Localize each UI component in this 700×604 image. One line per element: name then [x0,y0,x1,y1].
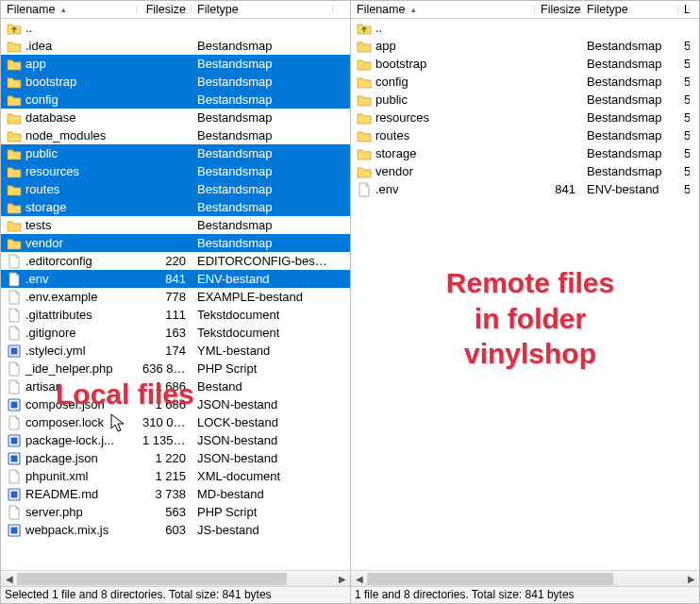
filetype-label: Tekstdocument [192,324,333,342]
folder-row[interactable]: vendorBestandsmap5 [351,162,699,180]
filename-label: server.php [25,503,83,521]
file-row[interactable]: artisan1 686Bestand [1,378,350,395]
status-bar: Selected 1 file and 8 directories. Total… [1,586,350,603]
file-row[interactable]: .gitignore163Tekstdocument [1,324,350,342]
file-row[interactable]: .env.example778EXAMPLE-bestand [1,288,350,306]
folder-row[interactable]: appBestandsmap5 [351,37,699,55]
column-header[interactable]: Filename▴ Filesize Filetype [1,1,350,19]
file-icon [7,415,22,430]
folder-row[interactable]: bootstrapBestandsmap5 [351,55,699,73]
folder-row[interactable]: routesBestandsmap5 [351,126,699,144]
file-row[interactable]: .styleci.yml174YML-bestand [1,342,350,360]
folder-row[interactable]: storageBestandsmap [1,198,350,216]
filebox-icon [7,344,22,359]
filetype-label: Bestandsmap [581,144,678,162]
filename-label: config [375,73,408,91]
scroll-left-icon[interactable]: ◀ [351,571,367,587]
folder-row[interactable]: routesBestandsmap [1,180,350,198]
filename-label: phpunit.xml [25,467,88,485]
folder-icon [7,182,22,197]
col-filetype[interactable]: Filetype [192,3,333,16]
parent-dir-row[interactable]: .. [351,19,699,37]
scroll-right-icon[interactable]: ▶ [683,571,699,587]
filename-label: package.json [25,449,98,467]
filename-label: .gitattributes [25,306,92,324]
filesize-label: 841 [535,180,581,198]
filename-label: public [25,144,58,162]
folder-row[interactable]: publicBestandsmap5 [351,91,699,109]
sort-asc-icon: ▴ [61,5,66,14]
file-row[interactable]: .env841ENV-bestand5 [351,180,699,198]
col-filename[interactable]: Filename▴ [351,3,535,16]
dual-pane-file-manager: Filename▴ Filesize Filetype ...ideaBesta… [0,0,700,604]
remote-pane: Filename▴ Filesize Filetype L ..appBesta… [350,0,700,604]
scroll-thumb[interactable] [367,573,613,585]
col-extra[interactable]: L [678,3,690,16]
file-row[interactable]: README.md3 738MD-bestand [1,485,350,503]
folder-row[interactable]: storageBestandsmap5 [351,144,699,162]
file-list[interactable]: ..appBestandsmap5bootstrapBestandsmap5co… [351,19,699,570]
filetype-label: YML-bestand [192,342,333,360]
folder-row[interactable]: databaseBestandsmap [1,109,350,126]
filename-label: README.md [25,485,98,503]
extra-label: 5 [678,144,690,162]
extra-label: 5 [678,162,690,180]
filetype-label: Bestandsmap [192,73,333,91]
horizontal-scrollbar[interactable]: ◀ ▶ [1,570,350,586]
file-icon [7,326,22,341]
file-row[interactable]: .env841ENV-bestand [1,270,350,288]
scroll-track[interactable] [367,571,683,587]
file-row[interactable]: phpunit.xml1 215XML-document [1,467,350,485]
horizontal-scrollbar[interactable]: ◀ ▶ [351,570,699,586]
filetype-label: Bestandsmap [581,73,678,91]
filetype-label: ENV-bestand [192,270,333,288]
filetype-label: Tekstdocument [192,306,333,324]
col-filesize[interactable]: Filesize [137,3,192,16]
folder-row[interactable]: publicBestandsmap [1,144,350,162]
scroll-track[interactable] [17,571,334,587]
filetype-label: Bestandsmap [192,109,333,126]
filebox-icon [7,397,22,412]
folder-icon [357,57,372,72]
folder-row[interactable]: bootstrapBestandsmap [1,73,350,91]
col-filename[interactable]: Filename▴ [1,3,137,16]
scroll-thumb[interactable] [17,573,287,585]
filesize-label: 841 [137,270,192,288]
folder-row[interactable]: resourcesBestandsmap5 [351,109,699,126]
filename-label: config [25,91,58,109]
scroll-right-icon[interactable]: ▶ [334,571,350,587]
file-row[interactable]: server.php563PHP Script [1,503,350,521]
filesize-label: 1 686 [137,395,192,413]
folder-icon [7,164,22,179]
folder-row[interactable]: node_modulesBestandsmap [1,126,350,144]
filetype-label: PHP Script [192,360,333,378]
sort-asc-icon: ▴ [411,5,416,14]
filetype-label: Bestandsmap [581,162,678,180]
file-row[interactable]: package.json1 220JSON-bestand [1,449,350,467]
folder-row[interactable]: configBestandsmap [1,91,350,109]
folder-row[interactable]: testsBestandsmap [1,216,350,234]
file-row[interactable]: .editorconfig220EDITORCONFIG-bestand [1,252,350,270]
folder-row[interactable]: .ideaBestandsmap [1,37,350,55]
folder-row[interactable]: resourcesBestandsmap [1,162,350,180]
filename-label: .idea [25,37,52,55]
file-row[interactable]: _ide_helper.php636 863PHP Script [1,360,350,378]
file-list[interactable]: ...ideaBestandsmapappBestandsmapbootstra… [1,19,350,570]
file-row[interactable]: package-lock.j...1 135 029JSON-bestand [1,431,350,449]
scroll-left-icon[interactable]: ◀ [1,571,17,587]
folder-row[interactable]: vendorBestandsmap [1,234,350,252]
column-header[interactable]: Filename▴ Filesize Filetype L [351,1,699,19]
parent-dir-row[interactable]: .. [1,19,350,37]
folder-row[interactable]: configBestandsmap5 [351,73,699,91]
folder-icon [7,218,22,233]
file-row[interactable]: composer.lock310 007LOCK-bestand [1,413,350,431]
file-row[interactable]: .gitattributes111Tekstdocument [1,306,350,324]
folder-row[interactable]: appBestandsmap [1,55,350,73]
file-row[interactable]: webpack.mix.js603JS-bestand [1,521,350,539]
col-filetype[interactable]: Filetype [581,3,678,16]
file-icon [7,308,22,323]
folder-icon [357,146,372,161]
file-row[interactable]: composer.json1 686JSON-bestand [1,395,350,413]
col-filesize[interactable]: Filesize [535,3,581,16]
filename-label: _ide_helper.php [25,360,113,378]
